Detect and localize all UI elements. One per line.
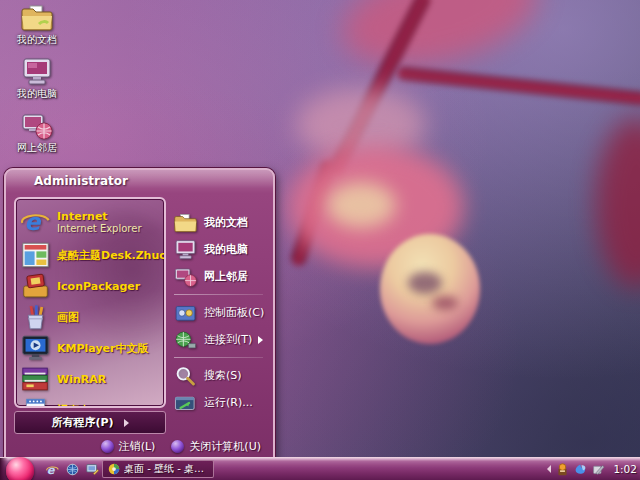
start-menu-username: Administrator <box>34 174 128 188</box>
tray-collapse-icon[interactable] <box>547 465 551 473</box>
menu-item-iconpackager[interactable]: IconPackager <box>21 271 160 301</box>
my-computer-icon <box>174 239 197 261</box>
menu-item-zhuoku-theme[interactable]: 桌酷主题Desk.ZhuoKu.Com <box>21 240 160 270</box>
menu-separator <box>174 357 263 358</box>
desktop-icon-network-places[interactable]: 网上邻居 <box>4 111 70 154</box>
winrar-icon <box>21 365 50 393</box>
desktop-icon-my-computer[interactable]: 我的电脑 <box>4 57 70 100</box>
taskbar: e 桌面 - 壁纸 - 桌酷... <box>0 457 640 480</box>
log-off-label: 注销(L) <box>119 439 156 454</box>
start-button[interactable] <box>6 457 34 480</box>
menu-item-connect-to[interactable]: 连接到(T) <box>174 326 265 353</box>
system-tray: 1:02 <box>547 458 637 480</box>
paint-icon <box>21 303 50 331</box>
log-off-button[interactable]: 注销(L) <box>101 439 156 454</box>
desktop-icon-label: 我的电脑 <box>4 88 70 100</box>
all-programs-label: 所有程序(P) <box>51 415 113 430</box>
bud-spot <box>408 272 442 294</box>
menu-item-paint[interactable]: 画图 <box>21 302 160 332</box>
kmplayer-icon <box>21 334 50 362</box>
menu-item-kmplayer[interactable]: KMPlayer中文版 <box>21 333 160 363</box>
desktop-icon-label: 网上邻居 <box>4 142 70 154</box>
svg-text:e: e <box>47 463 56 476</box>
internet-explorer-icon: e <box>21 208 50 236</box>
menu-item-label: 运行(R)... <box>204 395 253 410</box>
network-places-icon <box>174 266 197 288</box>
menu-item-notepad[interactable]: 记事本 <box>21 395 160 408</box>
menu-item-label: IconPackager <box>57 280 140 293</box>
messenger-icon[interactable] <box>574 463 587 476</box>
taskbar-clock: 1:02 <box>613 463 637 475</box>
menu-item-control-panel[interactable]: 控制面板(C) <box>174 299 265 326</box>
menu-item-run[interactable]: 运行(R)... <box>174 389 265 416</box>
task-button-label: 桌面 - 壁纸 - 桌酷... <box>124 462 208 476</box>
start-menu: Administrator e Internet Interne <box>4 168 275 462</box>
menu-item-label: 我的文档 <box>204 215 248 230</box>
menu-item-sublabel: Internet Explorer <box>57 223 142 234</box>
turn-off-icon <box>171 440 184 453</box>
menu-item-label: 桌酷主题Desk.ZhuoKu.Com <box>57 249 160 262</box>
network-places-icon <box>21 111 53 141</box>
menu-item-label: 控制面板(C) <box>204 305 264 320</box>
desktop-icon-label: 我的文档 <box>4 34 70 46</box>
zhuoku-theme-icon <box>21 241 50 269</box>
menu-item-label: 画图 <box>57 311 79 324</box>
branch-stem-right <box>397 66 640 105</box>
menu-item-label: KMPlayer中文版 <box>57 342 148 355</box>
start-menu-left-column: e Internet Internet Explorer <box>14 197 166 434</box>
globe-icon[interactable] <box>66 463 79 476</box>
start-menu-right-column: 我的文档 我的电脑 <box>166 197 267 434</box>
menu-separator <box>174 294 263 295</box>
notepad-icon <box>21 396 50 408</box>
menu-item-label: 网上邻居 <box>204 269 248 284</box>
menu-item-internet[interactable]: e Internet Internet Explorer <box>21 205 160 239</box>
menu-item-winrar[interactable]: WinRAR <box>21 364 160 394</box>
turn-off-computer-button[interactable]: 关闭计算机(U) <box>171 439 261 454</box>
taskbar-task-button[interactable]: 桌面 - 壁纸 - 桌酷... <box>102 460 214 478</box>
bud-spot <box>432 296 458 310</box>
menu-item-label: 连接到(T) <box>204 332 252 347</box>
zhuoku-site-icon <box>108 463 120 475</box>
menu-item-network-places[interactable]: 网上邻居 <box>174 263 265 290</box>
search-icon <box>174 365 197 387</box>
menu-item-label: 记事本 <box>57 404 90 409</box>
run-icon <box>174 392 197 414</box>
blossom-highlight <box>326 182 396 228</box>
menu-item-search[interactable]: 搜索(S) <box>174 362 265 389</box>
desktop-icon-my-documents[interactable]: 我的文档 <box>4 3 70 46</box>
all-programs-arrow-icon <box>124 419 129 427</box>
connect-to-icon <box>174 329 197 351</box>
pinned-programs-panel: e Internet Internet Explorer <box>14 197 166 408</box>
my-computer-icon <box>21 57 53 87</box>
start-menu-footer: 注销(L) 关闭计算机(U) <box>6 435 273 457</box>
menu-item-my-documents[interactable]: 我的文档 <box>174 209 265 236</box>
iconpackager-icon <box>21 272 50 300</box>
show-desktop-icon[interactable] <box>86 463 99 476</box>
menu-item-my-computer[interactable]: 我的电脑 <box>174 236 265 263</box>
svg-text:e: e <box>24 208 42 236</box>
menu-item-label: 搜索(S) <box>204 368 242 383</box>
turn-off-label: 关闭计算机(U) <box>189 439 261 454</box>
internet-explorer-icon[interactable]: e <box>46 463 59 476</box>
menu-item-label: Internet <box>57 210 142 223</box>
control-panel-icon <box>174 302 197 324</box>
red-edge-blur <box>596 118 640 288</box>
ime-pen-icon[interactable] <box>592 463 605 476</box>
menu-item-label: WinRAR <box>57 373 106 386</box>
my-documents-icon <box>174 212 197 234</box>
desktop: 我的文档 我的电脑 网上邻居 <box>0 0 640 480</box>
start-menu-header: Administrator <box>6 170 273 196</box>
log-off-icon <box>101 440 114 453</box>
submenu-arrow-icon <box>258 336 263 344</box>
start-menu-body: e Internet Internet Explorer <box>14 197 267 434</box>
orange-app-icon[interactable] <box>556 463 569 476</box>
all-programs-button[interactable]: 所有程序(P) <box>14 411 166 434</box>
menu-item-label: 我的电脑 <box>204 242 248 257</box>
my-documents-icon <box>21 3 53 33</box>
